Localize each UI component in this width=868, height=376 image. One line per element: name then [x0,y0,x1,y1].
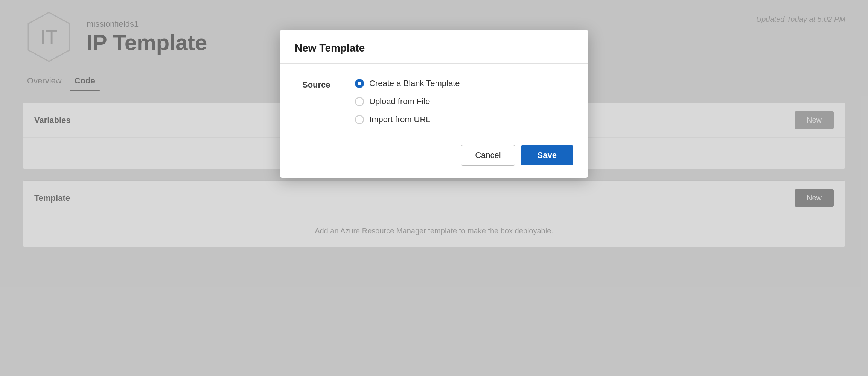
dialog-footer: Cancel Save [280,136,588,178]
dialog-body: Source Create a Blank Template Upload fr… [280,64,588,136]
dialog-title: New Template [295,42,573,54]
radio-upload-indicator [355,97,364,106]
radio-blank-label: Create a Blank Template [369,79,460,88]
radio-group: Create a Blank Template Upload from File… [355,79,460,124]
save-button[interactable]: Save [521,145,573,165]
cancel-button[interactable]: Cancel [461,145,515,166]
modal-overlay: New Template Source Create a Blank Templ… [0,0,868,376]
dialog-header: New Template [280,30,588,64]
radio-option-blank[interactable]: Create a Blank Template [355,79,460,88]
radio-upload-label: Upload from File [369,97,430,106]
radio-url-label: Import from URL [369,115,431,124]
new-template-dialog: New Template Source Create a Blank Templ… [280,30,588,178]
source-row: Source Create a Blank Template Upload fr… [302,79,566,124]
radio-url-indicator [355,115,364,124]
radio-option-url[interactable]: Import from URL [355,115,460,124]
source-label: Source [302,79,340,90]
radio-option-upload[interactable]: Upload from File [355,97,460,106]
radio-blank-indicator [355,79,364,88]
